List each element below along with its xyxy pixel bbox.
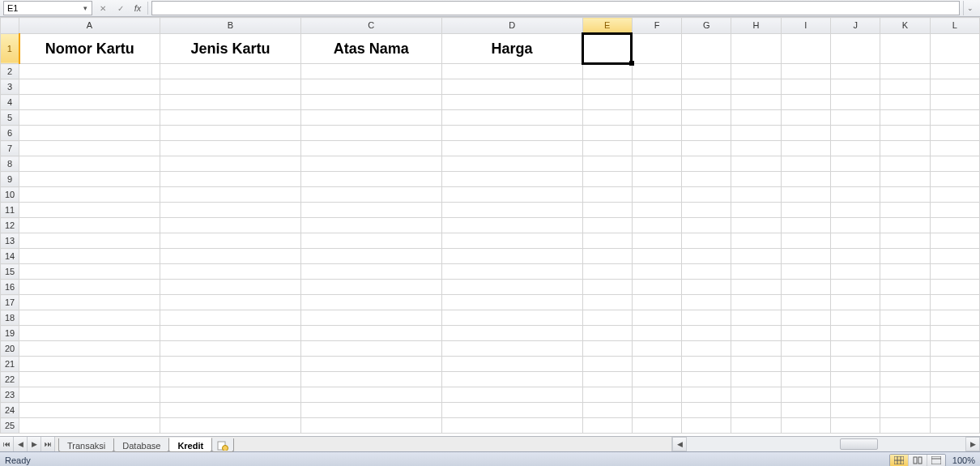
cell-A13[interactable]: [19, 233, 160, 249]
cell-K7[interactable]: [880, 141, 930, 156]
cell-E8[interactable]: [582, 156, 632, 172]
cell-G2[interactable]: [682, 64, 731, 79]
cell-L1[interactable]: [930, 33, 979, 64]
view-normal-icon[interactable]: [890, 455, 909, 466]
cell-D6[interactable]: [441, 126, 582, 141]
cell-K1[interactable]: [880, 33, 930, 64]
cell-K25[interactable]: [880, 418, 930, 434]
row-header-16[interactable]: 16: [1, 280, 19, 295]
cell-G16[interactable]: [682, 280, 731, 295]
cell-G12[interactable]: [682, 218, 731, 233]
cell-A11[interactable]: [19, 203, 160, 218]
cell-C19[interactable]: [300, 326, 441, 341]
cell-A5[interactable]: [19, 110, 160, 126]
cell-B11[interactable]: [160, 203, 300, 218]
cell-B6[interactable]: [160, 126, 300, 141]
cell-D21[interactable]: [441, 357, 582, 372]
cell-B14[interactable]: [160, 249, 300, 264]
cell-H13[interactable]: [731, 233, 781, 249]
cell-K4[interactable]: [880, 95, 930, 110]
cell-H10[interactable]: [731, 187, 781, 203]
cell-F24[interactable]: [632, 403, 681, 418]
cell-F13[interactable]: [632, 233, 681, 249]
row-header-21[interactable]: 21: [1, 357, 19, 372]
cell-F17[interactable]: [632, 295, 681, 310]
cell-J16[interactable]: [831, 280, 880, 295]
row-header-22[interactable]: 22: [1, 372, 19, 387]
cell-L20[interactable]: [930, 341, 979, 357]
tab-nav-last-icon[interactable]: ⏭: [41, 437, 55, 451]
cell-B18[interactable]: [160, 310, 300, 326]
cell-B19[interactable]: [160, 326, 300, 341]
column-header-C[interactable]: C: [300, 18, 441, 34]
row-header-25[interactable]: 25: [1, 418, 19, 434]
cell-A9[interactable]: [19, 172, 160, 187]
horizontal-scrollbar[interactable]: ◀ ▶: [671, 437, 980, 451]
cell-B15[interactable]: [160, 264, 300, 280]
cell-I20[interactable]: [781, 341, 830, 357]
cell-A18[interactable]: [19, 310, 160, 326]
cell-A22[interactable]: [19, 372, 160, 387]
cell-G22[interactable]: [682, 372, 731, 387]
name-box[interactable]: E1 ▾: [3, 1, 92, 15]
cell-L22[interactable]: [930, 372, 979, 387]
cell-H3[interactable]: [731, 79, 781, 95]
cell-C7[interactable]: [300, 141, 441, 156]
cell-K5[interactable]: [880, 110, 930, 126]
cell-E4[interactable]: [582, 95, 632, 110]
row-header-3[interactable]: 3: [1, 79, 19, 95]
column-header-A[interactable]: A: [19, 18, 160, 34]
sheet-tab-transaksi[interactable]: Transaksi: [58, 438, 114, 452]
cell-G14[interactable]: [682, 249, 731, 264]
cell-L5[interactable]: [930, 110, 979, 126]
cell-B16[interactable]: [160, 280, 300, 295]
cell-C14[interactable]: [300, 249, 441, 264]
cell-K14[interactable]: [880, 249, 930, 264]
cell-H19[interactable]: [731, 326, 781, 341]
cell-D1[interactable]: Harga: [441, 33, 582, 64]
cell-F19[interactable]: [632, 326, 681, 341]
cell-A10[interactable]: [19, 187, 160, 203]
cell-E19[interactable]: [582, 326, 632, 341]
row-header-17[interactable]: 17: [1, 295, 19, 310]
cell-I16[interactable]: [781, 280, 830, 295]
cell-J7[interactable]: [831, 141, 880, 156]
cell-D17[interactable]: [441, 295, 582, 310]
cell-I14[interactable]: [781, 249, 830, 264]
cell-J10[interactable]: [831, 187, 880, 203]
cell-H24[interactable]: [731, 403, 781, 418]
cell-I7[interactable]: [781, 141, 830, 156]
row-header-2[interactable]: 2: [1, 64, 19, 79]
cell-E11[interactable]: [582, 203, 632, 218]
column-header-E[interactable]: E: [582, 18, 632, 34]
cell-F23[interactable]: [632, 387, 681, 403]
cell-I10[interactable]: [781, 187, 830, 203]
cell-A8[interactable]: [19, 156, 160, 172]
cell-L2[interactable]: [930, 64, 979, 79]
cell-J2[interactable]: [831, 64, 880, 79]
cell-H23[interactable]: [731, 387, 781, 403]
cell-J17[interactable]: [831, 295, 880, 310]
cell-A6[interactable]: [19, 126, 160, 141]
hscroll-track[interactable]: [687, 438, 965, 451]
cell-G13[interactable]: [682, 233, 731, 249]
cell-E12[interactable]: [582, 218, 632, 233]
column-header-D[interactable]: D: [441, 18, 582, 34]
cell-F5[interactable]: [632, 110, 681, 126]
column-header-G[interactable]: G: [682, 18, 731, 34]
cell-K17[interactable]: [880, 295, 930, 310]
cell-A24[interactable]: [19, 403, 160, 418]
cell-I21[interactable]: [781, 357, 830, 372]
cell-F21[interactable]: [632, 357, 681, 372]
cell-C3[interactable]: [300, 79, 441, 95]
row-header-24[interactable]: 24: [1, 403, 19, 418]
row-header-23[interactable]: 23: [1, 387, 19, 403]
cell-K9[interactable]: [880, 172, 930, 187]
cell-F6[interactable]: [632, 126, 681, 141]
hscroll-thumb[interactable]: [840, 438, 878, 450]
cell-L12[interactable]: [930, 218, 979, 233]
cell-H22[interactable]: [731, 372, 781, 387]
formula-expand-icon[interactable]: ⌄: [963, 1, 977, 15]
cell-D7[interactable]: [441, 141, 582, 156]
cell-E18[interactable]: [582, 310, 632, 326]
